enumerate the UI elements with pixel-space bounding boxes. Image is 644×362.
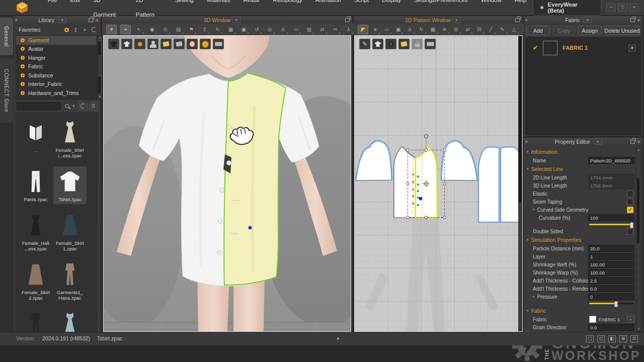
show-tape-icon[interactable] — [425, 39, 436, 49]
close-button[interactable]: × — [629, 4, 639, 12]
menu-item-sewing[interactable]: Sewing — [168, 0, 200, 22]
menu-item-window[interactable]: Window — [474, 0, 508, 22]
show-tape-icon[interactable] — [213, 39, 224, 49]
fabric-select[interactable]: FABRIC 1▾ — [589, 316, 634, 323]
checkbox-elastic[interactable] — [627, 191, 633, 197]
menu-item-script[interactable]: Script — [348, 0, 375, 22]
3d-viewport[interactable]: ✱ — [103, 35, 351, 332]
fold-arrangement-icon[interactable]: ▤ — [174, 25, 183, 34]
layout-single-icon[interactable]: ▢ — [586, 335, 594, 342]
library-category-garment[interactable]: Garment — [16, 36, 97, 45]
layout-split-icon[interactable]: ◫ — [597, 335, 605, 342]
property-field-name[interactable]: Pattern2D_468820 — [588, 157, 634, 164]
checkbox-curved-side-geometry[interactable]: ✓ — [627, 207, 633, 213]
fabric-swatch[interactable] — [543, 41, 557, 55]
layout-reset-icon[interactable]: ⊡ — [630, 335, 638, 342]
pattern-point-blue-2[interactable] — [249, 226, 252, 230]
pin-icon[interactable]: ▸ — [16, 18, 18, 22]
window-overlay-icon[interactable]: ▭ — [291, 25, 301, 34]
layout-mixed-icon[interactable]: ◧ — [608, 335, 616, 342]
library-item-female-skirt2-zpac[interactable]: Female_Skirt2.zpac — [19, 259, 52, 303]
library-item-pants-zpac[interactable]: Pants.zpac — [19, 166, 52, 204]
assign-button[interactable]: Assign — [578, 26, 602, 35]
library-category-interior-fabric[interactable]: Interior_Fabric — [16, 80, 97, 89]
row-collapse-icon[interactable]: ▾ — [533, 208, 535, 212]
search-filter-dropdown-icon[interactable]: ▾ — [71, 103, 75, 110]
rectangle-pattern-icon[interactable]: ▭ — [382, 25, 391, 34]
checkbox-seam-taping[interactable] — [627, 199, 633, 205]
tab-connect-store[interactable]: CONNECT Store — [0, 58, 13, 123]
menu-item-2d-pattern[interactable]: 2D Pattern — [129, 0, 168, 22]
library-category-hanger[interactable]: Hanger — [16, 53, 97, 62]
library-category-hardware-and-trims[interactable]: Hardware_and_Trims — [16, 88, 97, 98]
show-pattern-selected-icon[interactable] — [398, 39, 410, 49]
library-category-avatar[interactable]: Avatar — [16, 45, 97, 54]
menu-item-avatar[interactable]: Avatar — [237, 0, 267, 22]
show-avatar-icon[interactable] — [147, 39, 158, 49]
pe-close-icon[interactable]: × — [637, 139, 640, 144]
pattern-3d-icon[interactable]: △ — [509, 25, 519, 34]
reset-arrangement-icon[interactable]: ↻ — [213, 25, 222, 34]
checkbox-double-sided[interactable] — [627, 228, 633, 235]
show-garment-light-icon[interactable] — [121, 39, 132, 49]
2d-scrollbar[interactable] — [518, 36, 522, 331]
show-avatar-skin-icon[interactable] — [187, 39, 198, 49]
section-simulation-properties[interactable]: ▾Simulation Properties — [527, 235, 634, 244]
seam-allowance-icon[interactable]: ☰ — [451, 25, 461, 34]
add-button[interactable]: Add — [526, 26, 550, 35]
section-fabric[interactable]: ▾Fabric — [527, 306, 634, 315]
property-field-particle-distance-mm[interactable]: 20.0 — [588, 245, 634, 252]
timeline-expand-icon[interactable]: ▲ — [336, 336, 340, 340]
slider-curvature[interactable] — [589, 224, 633, 225]
transform-pattern-icon[interactable]: ◤ — [358, 25, 368, 34]
library-item-female-skirt1-zpac[interactable]: Female_Skirt1.zpac — [53, 210, 87, 253]
show-internal-lines-icon[interactable]: ✱ — [134, 39, 145, 49]
lock-pattern-icon[interactable] — [412, 39, 423, 49]
select-move-icon[interactable]: + — [120, 25, 131, 34]
show-garment-dark-icon[interactable] — [108, 39, 119, 49]
slider-pressure[interactable] — [589, 303, 633, 304]
property-field-shrinkage-weft[interactable]: 100.00 — [588, 261, 634, 268]
library-item-[interactable]: .. — [19, 117, 52, 160]
segment-sewing-icon[interactable]: ⇄ — [463, 25, 472, 34]
fabric-list-item[interactable]: ✔ FABRIC 1 ▣ — [526, 38, 640, 58]
pe-pin-icon[interactable]: ▸ — [526, 139, 528, 144]
avatar-silhouette-icon[interactable]: ♙ — [405, 25, 415, 34]
cut-sew-icon[interactable]: ✂ — [331, 25, 340, 34]
fabric-close-icon[interactable]: × — [637, 18, 640, 23]
fabric-select-dropdown-icon[interactable]: ▾ — [627, 316, 634, 323]
refresh-icon[interactable] — [90, 26, 98, 33]
library-item-garments2-hana-zpac[interactable]: Garments2_Hana.zpac — [19, 309, 52, 333]
minimize-button[interactable]: – — [606, 4, 616, 12]
image-tool-icon[interactable]: ▣ — [393, 25, 403, 34]
add-folder-icon[interactable]: + — [81, 26, 89, 33]
solidify-icon[interactable]: ▣ — [239, 25, 249, 34]
library-category-fabric[interactable]: Fabric — [16, 62, 97, 71]
category-scrollbar[interactable]: ▴ ▾ — [97, 35, 103, 100]
menu-item-help[interactable]: Help — [508, 0, 533, 22]
menu-item-edit[interactable]: Edit — [63, 0, 87, 22]
pin-zoom-icon[interactable]: ◎ — [265, 25, 275, 34]
edit-pattern-icon[interactable]: ∗ — [370, 25, 380, 34]
layout-quad-icon[interactable]: ⊞ — [619, 335, 627, 342]
pe-dropdown-icon[interactable]: ▾ — [594, 138, 602, 145]
section-selected-line[interactable]: ▾Selected Line — [527, 164, 634, 173]
pe-scrollbar[interactable]: ▴ ▾ — [636, 147, 641, 332]
pleats-icon[interactable]: III — [474, 25, 484, 34]
search-icon[interactable] — [62, 103, 69, 110]
fabric-dropdown-icon[interactable]: ▾ — [583, 17, 592, 23]
search-input[interactable] — [17, 102, 61, 110]
library-item-garments3-hana-zpac[interactable]: Garments3_Hana.zpac — [53, 309, 87, 333]
iron-icon[interactable]: ≋ — [440, 25, 449, 34]
menu-item-retopology[interactable]: Retopology — [267, 0, 309, 22]
simulate-icon[interactable]: ▼ — [106, 25, 117, 34]
property-field-curvature[interactable]: 100 — [588, 214, 634, 221]
tab-general[interactable]: General — [0, 18, 13, 55]
pe-detach-icon[interactable] — [630, 140, 635, 144]
library-item-garments1-hana-zpac[interactable]: Garments1_Hana.zpac — [53, 259, 87, 303]
library-item-female-shirri-ess-zpac[interactable]: Female_Shirri...ess.zpac — [53, 117, 87, 160]
import-icon[interactable]: ↧ — [72, 26, 79, 33]
show-pattern-icon[interactable] — [174, 39, 185, 49]
property-field-layer[interactable]: 1 — [588, 253, 634, 260]
browser-refresh-icon[interactable] — [79, 102, 88, 111]
